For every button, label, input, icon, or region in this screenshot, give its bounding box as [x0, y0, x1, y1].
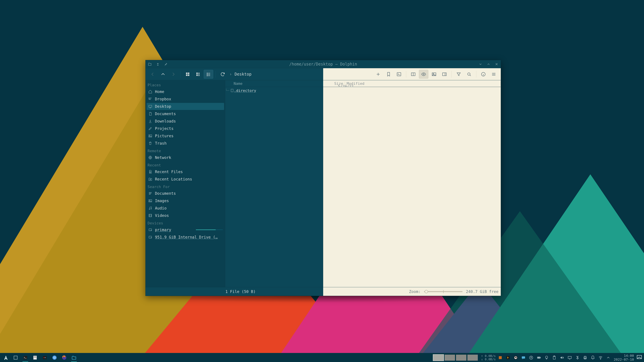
tray-battery-icon[interactable] — [536, 355, 542, 361]
taskbar-chromium[interactable] — [50, 354, 59, 361]
sidebar-item-desktop[interactable]: Desktop — [146, 103, 224, 110]
view-compact-button[interactable] — [193, 70, 203, 79]
taskbar-firefox[interactable] — [60, 354, 69, 361]
tray-notifications-icon[interactable] — [590, 355, 596, 361]
svg-rect-40 — [14, 356, 17, 359]
tray-volume-icon[interactable] — [559, 355, 565, 361]
col-name[interactable]: Name — [232, 81, 323, 86]
info-button[interactable] — [479, 70, 488, 79]
pager-desktop-2[interactable] — [444, 355, 455, 361]
sidebar-item-dropbox[interactable]: Dropbox — [146, 95, 224, 103]
tray-plex-icon[interactable] — [505, 355, 511, 361]
reload-button[interactable] — [218, 70, 228, 79]
tray-wifi-icon[interactable] — [598, 355, 604, 361]
sidebar-item-downloads[interactable]: Downloads — [146, 118, 224, 125]
sidebar-item-recent-locations[interactable]: Recent Locations — [146, 176, 224, 183]
filter-button[interactable] — [454, 70, 464, 79]
tray-printer-icon[interactable] — [582, 355, 588, 361]
terminal-button[interactable] — [394, 70, 404, 79]
sidebar-item-audio[interactable]: Audio — [146, 205, 224, 212]
sidebar-item-label: Pictures — [155, 134, 174, 138]
tray-bluetooth-icon[interactable] — [574, 355, 580, 361]
tray-chat-icon[interactable] — [520, 355, 526, 361]
sidebar-item-trash[interactable]: Trash — [146, 140, 224, 147]
tray-display-icon[interactable] — [567, 355, 572, 361]
sidebar-heading: Search For — [146, 183, 224, 190]
file-icon — [230, 89, 234, 92]
maximize-button[interactable] — [486, 62, 491, 66]
pager-desktop-3[interactable] — [456, 355, 466, 361]
pin-icon[interactable] — [164, 62, 168, 66]
search-button[interactable] — [464, 70, 474, 79]
forward-button[interactable] — [169, 70, 178, 79]
file-list[interactable]: └─.directory50 B5/29/22 at 1:46 PM — [225, 87, 323, 287]
svg-rect-10 — [207, 73, 208, 73]
sidebar-item-label: Trash — [155, 141, 166, 145]
places-sidebar[interactable]: PlacesHomeDropboxDesktopDocumentsDownloa… — [146, 80, 225, 287]
taskbar-clock[interactable]: 14:00 2022-07-10 — [614, 354, 634, 362]
sidebar-item-documents[interactable]: Documents — [146, 110, 224, 117]
taskbar[interactable]: ↑ 0.0B/s ↓ 0.0B/s 14:00 2022-07-10 — [0, 353, 644, 362]
file-row[interactable]: └─.directory50 B5/29/22 at 1:46 PM — [225, 87, 323, 94]
preview-button[interactable] — [419, 70, 428, 79]
svg-rect-6 — [198, 73, 200, 73]
sidebar-item-network[interactable]: Network — [146, 154, 224, 161]
svg-rect-2 — [186, 74, 188, 76]
pager-desktop-1[interactable] — [433, 355, 444, 361]
minimize-button[interactable] — [478, 62, 483, 66]
shade-icon[interactable] — [156, 62, 160, 66]
up-button[interactable] — [158, 70, 168, 79]
preview-panel — [323, 87, 501, 287]
taskbar-terminal[interactable] — [21, 354, 30, 361]
sidebar-item-home[interactable]: Home — [146, 88, 224, 95]
sidebar-item-images[interactable]: Images — [146, 197, 224, 204]
tray-sync-icon[interactable] — [513, 355, 518, 361]
lines-icon — [148, 191, 152, 196]
image-button[interactable] — [429, 70, 439, 79]
taskbar-editor[interactable] — [30, 354, 40, 361]
toolbar: › Desktop — [146, 68, 501, 80]
sidebar-item-projects[interactable]: Projects — [146, 125, 224, 132]
breadcrumb[interactable]: › Desktop — [230, 72, 252, 77]
tray-icon-1[interactable] — [498, 355, 503, 361]
tray-bulb-icon[interactable] — [544, 355, 550, 361]
menu-button[interactable] — [489, 70, 498, 79]
zoom-slider[interactable] — [424, 291, 462, 292]
net-speed: ↑ 0.0B/s ↓ 0.0B/s — [481, 354, 496, 361]
app-launcher[interactable] — [1, 354, 10, 361]
taskbar-dolphin[interactable] — [70, 354, 78, 361]
svg-rect-1 — [188, 72, 189, 74]
breadcrumb-current[interactable]: Desktop — [234, 72, 252, 77]
sidebar-item-primary[interactable]: primary — [146, 226, 224, 233]
tray-keyring-icon[interactable] — [528, 355, 534, 361]
new-button[interactable] — [374, 70, 383, 79]
sidebar-item-pictures[interactable]: Pictures — [146, 132, 224, 139]
col-modified[interactable]: Modified — [345, 81, 501, 86]
tray-expand-icon[interactable] — [606, 355, 611, 361]
svg-point-38 — [151, 238, 151, 238]
view-details-button[interactable] — [204, 70, 213, 79]
panel-toggle-button[interactable] — [440, 70, 449, 79]
sidebar-item-documents[interactable]: Documents — [146, 190, 224, 197]
show-desktop-button[interactable] — [636, 354, 643, 361]
pager-desktop-4[interactable] — [468, 355, 478, 361]
sidebar-item-recent-files[interactable]: Recent Files — [146, 168, 224, 175]
taskbar-app-1[interactable] — [11, 354, 20, 361]
sidebar-item-videos[interactable]: Videos — [146, 212, 224, 219]
svg-rect-5 — [196, 74, 198, 76]
close-button[interactable] — [494, 62, 499, 66]
app-icon[interactable] — [148, 62, 152, 66]
tray-clipboard-icon[interactable] — [552, 355, 557, 361]
recent-loc-icon — [148, 177, 152, 182]
titlebar[interactable]: /home/user/Desktop — Dolphin — [146, 60, 501, 68]
virtual-desktop-pager[interactable] — [433, 355, 478, 361]
split-view-button[interactable] — [408, 70, 418, 79]
view-icons-button[interactable] — [183, 70, 192, 79]
bookmark-button[interactable] — [384, 70, 393, 79]
back-button[interactable] — [148, 70, 157, 79]
svg-point-57 — [531, 357, 531, 358]
sidebar-item-951-9-gib-internal-drive-[interactable]: 951.9 GiB Internal Drive (… — [146, 234, 224, 241]
svg-rect-15 — [208, 75, 210, 76]
taskbar-app-2[interactable] — [40, 354, 49, 361]
column-headers[interactable]: Name Size Modified — [225, 80, 501, 87]
